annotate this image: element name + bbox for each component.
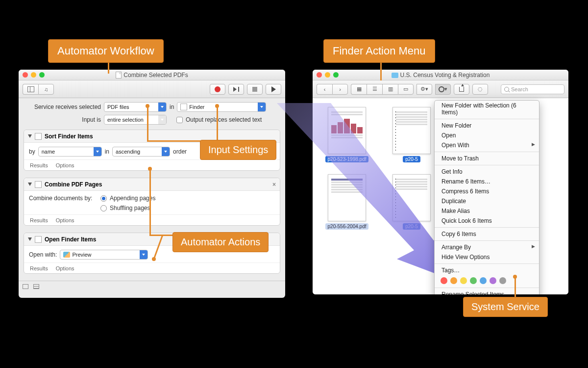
- menu-item-make-alias[interactable]: Make Alias: [435, 206, 539, 216]
- zoom-icon[interactable]: [333, 72, 339, 78]
- open-with-select[interactable]: Preview: [60, 250, 148, 260]
- menu-item-quick-look[interactable]: Quick Look 6 Items: [435, 216, 539, 226]
- step-button[interactable]: [228, 84, 244, 95]
- disclosure-icon[interactable]: [28, 134, 32, 138]
- tag-orange[interactable]: [450, 277, 457, 284]
- titlebar: U.S. Census Voting & Registration: [313, 70, 568, 80]
- results-tab[interactable]: Results: [30, 265, 48, 271]
- pointer-line: [147, 140, 201, 142]
- menu-item-copy[interactable]: Copy 6 Items: [435, 229, 539, 239]
- combine-label: Combine documents by:: [29, 195, 98, 202]
- appending-radio[interactable]: [100, 195, 107, 202]
- shuffling-radio[interactable]: [100, 205, 107, 211]
- menu-item-rename-selected[interactable]: Rename Selected Items: [435, 289, 539, 294]
- minimize-icon[interactable]: [31, 72, 36, 78]
- zoom-icon[interactable]: [39, 72, 45, 78]
- input-scope-select[interactable]: entire selection: [104, 115, 167, 125]
- sort-direction-select[interactable]: ascending: [112, 147, 170, 157]
- forward-button[interactable]: ›: [332, 84, 348, 95]
- pointer-line: [149, 169, 151, 236]
- run-button[interactable]: [266, 84, 281, 95]
- menu-item-open-with[interactable]: Open With: [435, 140, 539, 150]
- tag-green[interactable]: [470, 277, 477, 284]
- record-button[interactable]: [210, 84, 225, 95]
- library-toggle-button[interactable]: [23, 84, 38, 95]
- search-icon: [504, 87, 509, 92]
- tag-gray[interactable]: [499, 277, 506, 284]
- service-receives-label: Service receives selected: [24, 104, 101, 110]
- callout-input-settings: Input Settings: [200, 140, 276, 160]
- shuffling-label: Shuffling pages: [110, 205, 150, 211]
- callout-system-service: System Service: [463, 297, 548, 317]
- results-tab[interactable]: Results: [30, 162, 48, 168]
- menu-item-compress[interactable]: Compress 6 Items: [435, 186, 539, 196]
- menu-item-tags[interactable]: Tags…: [435, 265, 539, 275]
- disclosure-icon[interactable]: [28, 183, 32, 186]
- pointer-dot: [146, 104, 149, 108]
- results-tab[interactable]: Results: [30, 217, 48, 223]
- callout-finder-action-menu: Finder Action Menu: [323, 39, 435, 63]
- action-title: Sort Finder Items: [45, 133, 93, 140]
- media-button[interactable]: ♫: [38, 84, 54, 95]
- icon-view-button[interactable]: ▦: [351, 84, 367, 95]
- action-menu-button[interactable]: ▾: [435, 84, 451, 95]
- stop-button[interactable]: [247, 84, 263, 95]
- close-icon[interactable]: [317, 72, 322, 78]
- svg-marker-0: [277, 103, 448, 275]
- tag-blue[interactable]: [480, 277, 487, 284]
- pointer-dot: [152, 257, 156, 261]
- window-title: Combine Selected PDFs: [19, 72, 285, 79]
- order-label: order: [173, 148, 187, 155]
- tag-purple[interactable]: [490, 277, 496, 284]
- menu-item-new-folder-selection[interactable]: New Folder with Selection (6 Items): [435, 101, 539, 117]
- tags-button[interactable]: ◌: [472, 84, 488, 95]
- pointer-dot: [215, 104, 219, 108]
- column-view-button[interactable]: ▥: [382, 84, 398, 95]
- action-context-menu: New Folder with Selection (6 Items) New …: [434, 100, 539, 294]
- finder-toolbar: ‹ › ▦ ☰ ▥ ▭ ⚙▾ ▾ ◌ Search: [313, 80, 568, 98]
- menu-item-arrange-by[interactable]: Arrange By: [435, 242, 539, 252]
- input-app-select[interactable]: Finder: [177, 102, 266, 112]
- variables-view-button[interactable]: [33, 284, 39, 289]
- tag-color-row: [435, 275, 539, 286]
- options-tab[interactable]: Options: [56, 265, 74, 271]
- arrange-button[interactable]: ⚙▾: [416, 84, 432, 95]
- back-button[interactable]: ‹: [317, 84, 332, 95]
- menu-item-hide-view-options[interactable]: Hide View Options: [435, 252, 539, 262]
- menu-item-new-folder[interactable]: New Folder: [435, 121, 539, 131]
- pointer-line: [217, 107, 218, 141]
- action-combine-pdf-pages: Combine PDF Pages × Combine documents by…: [24, 178, 280, 226]
- tag-yellow[interactable]: [460, 277, 467, 284]
- list-view-button[interactable]: ☰: [367, 84, 382, 95]
- options-tab[interactable]: Options: [56, 217, 74, 223]
- minimize-icon[interactable]: [325, 72, 330, 78]
- menu-item-duplicate[interactable]: Duplicate: [435, 196, 539, 206]
- titlebar: Combine Selected PDFs: [19, 70, 285, 80]
- menu-item-open[interactable]: Open: [435, 131, 539, 140]
- pointer-dot: [148, 167, 152, 171]
- menu-item-rename-n[interactable]: Rename 6 Items…: [435, 177, 539, 186]
- disclosure-icon[interactable]: [28, 237, 32, 241]
- sort-by-select[interactable]: name: [38, 147, 102, 157]
- finder-icon: [35, 133, 42, 140]
- share-button[interactable]: [454, 84, 469, 95]
- pointer-line: [380, 62, 382, 80]
- in-label: in: [170, 104, 174, 110]
- close-icon[interactable]: [23, 72, 28, 78]
- tag-red[interactable]: [441, 277, 447, 284]
- gallery-view-button[interactable]: ▭: [398, 84, 414, 95]
- open-with-label: Open with:: [29, 251, 57, 258]
- search-field[interactable]: Search: [501, 84, 564, 94]
- output-replaces-checkbox[interactable]: [176, 117, 183, 123]
- menu-item-get-info[interactable]: Get Info: [435, 167, 539, 177]
- input-is-label: Input is: [24, 116, 101, 123]
- menu-item-move-to-trash[interactable]: Move to Trash: [435, 154, 539, 163]
- finder-icon: [35, 236, 42, 243]
- input-type-select[interactable]: PDF files: [104, 102, 167, 112]
- log-view-button[interactable]: [23, 284, 28, 289]
- pointer-line: [108, 62, 109, 74]
- callout-automator-actions: Automator Actions: [172, 232, 269, 252]
- window-title: U.S. Census Voting & Registration: [313, 72, 568, 79]
- by-label: by: [29, 148, 35, 155]
- options-tab[interactable]: Options: [56, 162, 74, 168]
